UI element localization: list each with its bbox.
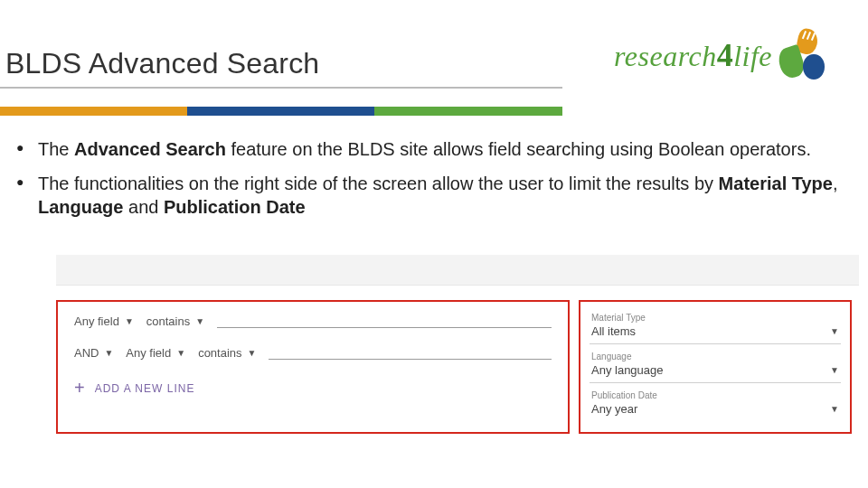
- publication-date-filter[interactable]: Publication Date Any year ▼: [590, 387, 841, 421]
- text: The: [38, 139, 74, 159]
- text-bold: Material Type: [719, 174, 833, 193]
- chevron-down-icon: ▼: [195, 316, 204, 326]
- text: feature on the BLDS site allows field se…: [231, 139, 811, 159]
- filter-value: Any year: [591, 402, 637, 416]
- filter-value: Any language: [591, 363, 664, 377]
- field-select-value: Any field: [126, 346, 171, 360]
- bullet-list: The Advanced Search feature on the BLDS …: [16, 137, 863, 219]
- add-new-line-label: ADD A NEW LINE: [95, 382, 195, 395]
- text: and: [128, 197, 164, 217]
- language-filter[interactable]: Language Any language ▼: [590, 348, 841, 383]
- operator-select[interactable]: contains ▼: [198, 346, 256, 360]
- chevron-down-icon: ▼: [104, 348, 113, 358]
- bullet-item-1: The Advanced Search feature on the BLDS …: [16, 137, 863, 161]
- field-select[interactable]: Any field ▼: [74, 314, 134, 328]
- advanced-search-screenshot: Any field ▼ contains ▼ AND ▼ Any field ▼: [56, 255, 859, 434]
- search-row-1: Any field ▼ contains ▼: [74, 314, 552, 328]
- filters-panel: Material Type All items ▼ Language Any l…: [579, 300, 852, 434]
- text-bold: Language: [38, 197, 128, 217]
- boolean-select[interactable]: AND ▼: [74, 346, 113, 360]
- search-term-input[interactable]: [269, 347, 552, 360]
- chevron-down-icon: ▼: [176, 348, 185, 358]
- chevron-down-icon: ▼: [830, 365, 839, 375]
- accent-bars: [0, 107, 562, 116]
- chevron-down-icon: ▼: [248, 348, 257, 358]
- screenshot-toolbar: [56, 255, 859, 286]
- field-select-value: Any field: [74, 314, 119, 328]
- boolean-select-value: AND: [74, 346, 99, 360]
- chevron-down-icon: ▼: [830, 326, 839, 336]
- page-title: BLDS Advanced Search: [5, 47, 319, 80]
- text-bold: Advanced Search: [74, 139, 231, 159]
- operator-select-value: contains: [146, 314, 190, 328]
- logo-leaves-icon: [778, 27, 834, 83]
- filter-label: Publication Date: [591, 390, 839, 400]
- chevron-down-icon: ▼: [125, 316, 134, 326]
- text: ,: [833, 174, 838, 193]
- search-term-input[interactable]: [217, 315, 552, 328]
- field-select[interactable]: Any field ▼: [126, 346, 185, 360]
- filter-label: Language: [591, 352, 839, 361]
- research4life-logo: research4life: [614, 27, 834, 83]
- text-bold: Publication Date: [164, 197, 306, 217]
- filter-label: Material Type: [591, 313, 839, 323]
- text: The functionalities on the right side of…: [38, 174, 719, 193]
- chevron-down-icon: ▼: [830, 404, 839, 414]
- logo-text-post: life: [733, 40, 772, 72]
- logo-text-pre: research: [614, 40, 717, 72]
- filter-value: All items: [591, 324, 636, 338]
- material-type-filter[interactable]: Material Type All items ▼: [590, 309, 841, 344]
- logo-text-four: 4: [717, 37, 734, 73]
- search-criteria-panel: Any field ▼ contains ▼ AND ▼ Any field ▼: [56, 300, 570, 434]
- title-underline: [0, 87, 562, 89]
- plus-icon: +: [74, 378, 86, 399]
- bullet-item-2: The functionalities on the right side of…: [16, 172, 863, 219]
- operator-select-value: contains: [198, 346, 241, 360]
- operator-select[interactable]: contains ▼: [146, 314, 204, 328]
- search-row-2: AND ▼ Any field ▼ contains ▼: [74, 346, 552, 360]
- add-new-line-button[interactable]: + ADD A NEW LINE: [74, 378, 552, 399]
